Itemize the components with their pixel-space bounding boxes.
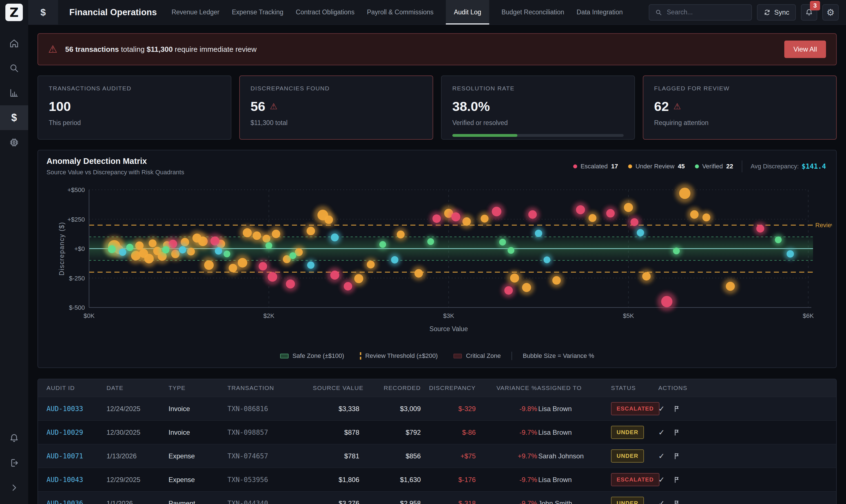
- nav-item-audit-log[interactable]: Audit Log: [446, 0, 489, 24]
- legend-item-verified: Verified22: [695, 163, 733, 170]
- audit-id-link[interactable]: AUD-10036: [47, 500, 106, 504]
- approve-button[interactable]: ✓: [658, 429, 665, 436]
- svg-text:+$250: +$250: [67, 216, 85, 223]
- status-badge: UNDER: [611, 497, 644, 504]
- status-cell: ESCALATED: [608, 402, 658, 415]
- logo-letter: Z: [10, 5, 19, 20]
- nav-item-data-integration[interactable]: Data Integration: [576, 0, 623, 24]
- flag-button[interactable]: [673, 429, 681, 436]
- variance-cell: -9.8%: [476, 405, 537, 413]
- warning-triangle-icon: ⚠: [48, 44, 57, 54]
- approve-button[interactable]: ✓: [658, 452, 665, 460]
- approve-button[interactable]: ✓: [658, 500, 665, 504]
- discrepancy-cell: $-318: [421, 500, 476, 504]
- table-row[interactable]: AUD-1002912/30/2025InvoiceTXN-098857$878…: [38, 420, 836, 444]
- bell-icon: [9, 433, 19, 444]
- sidebar-item-logout[interactable]: [0, 450, 28, 475]
- status-cell: UNDER: [608, 426, 658, 439]
- top-actions: Sync 3 ⚙: [649, 4, 846, 21]
- column-header-date: DATE: [106, 384, 169, 391]
- audit-table: AUDIT IDDATETYPETRANSACTIONSOURCE VALUER…: [37, 379, 837, 504]
- anomaly-chart-panel: Anomaly Detection Matrix Source Value vs…: [37, 150, 837, 368]
- flag-button[interactable]: [673, 452, 681, 460]
- svg-text:+$500: +$500: [67, 186, 85, 194]
- transaction-cell: TXN-074657: [227, 452, 313, 460]
- safe-zone-swatch: [280, 354, 289, 358]
- svg-text:$0K: $0K: [83, 312, 94, 319]
- progress-bar: [452, 134, 624, 137]
- sidebar-item-finance[interactable]: $: [0, 105, 28, 130]
- discrepancy-cell: $-176: [421, 476, 476, 484]
- nav-item-budget-reconciliation[interactable]: Budget Reconciliation: [502, 0, 564, 24]
- status-cell: UNDER: [608, 497, 658, 504]
- alert-message: 56 transactions totaling $11,300 require…: [65, 45, 256, 54]
- audit-id-link[interactable]: AUD-10029: [47, 429, 106, 436]
- flag-icon: [673, 476, 681, 483]
- nav-item-payroll-commissions[interactable]: Payroll & Commissions: [367, 0, 433, 24]
- settings-button[interactable]: ⚙: [822, 4, 839, 21]
- date-cell: 1/1/2026: [106, 500, 169, 504]
- sync-label: Sync: [774, 8, 789, 16]
- flag-button[interactable]: [673, 500, 681, 504]
- legend-dot: [695, 164, 699, 168]
- sidebar-item-analytics[interactable]: [0, 80, 28, 105]
- stat-value: 56: [251, 98, 265, 114]
- search-input[interactable]: [667, 8, 750, 16]
- column-header-type: TYPE: [169, 384, 227, 391]
- sidebar-item-search[interactable]: [0, 56, 28, 80]
- flag-button[interactable]: [673, 405, 681, 413]
- view-all-button[interactable]: View All: [784, 40, 826, 58]
- svg-text:$5K: $5K: [623, 312, 634, 319]
- table-row[interactable]: AUD-100711/13/2026ExpenseTXN-074657$781$…: [38, 444, 836, 468]
- approve-button[interactable]: ✓: [658, 476, 665, 483]
- legend-label: Escalated: [581, 163, 608, 170]
- sidebar-bottom: [0, 426, 28, 500]
- nav-item-expense-tracking[interactable]: Expense Tracking: [232, 0, 283, 24]
- assigned-to-cell: Lisa Brown: [537, 429, 608, 436]
- legend-label: Under Review: [636, 163, 674, 170]
- audit-id-link[interactable]: AUD-10071: [47, 452, 106, 460]
- search-box[interactable]: [649, 4, 752, 21]
- recorded-cell: $3,009: [359, 405, 421, 413]
- stat-label: FLAGGED FOR REVIEW: [654, 85, 825, 92]
- stat-card-flagged-for-review: FLAGGED FOR REVIEW62⚠Requiring attention: [643, 75, 837, 140]
- stats-row: TRANSACTIONS AUDITED100This periodDISCRE…: [37, 75, 837, 140]
- sidebar-item-home[interactable]: [0, 31, 28, 56]
- audit-id-link[interactable]: AUD-10033: [47, 405, 106, 413]
- sidebar-item-integrations[interactable]: [0, 130, 28, 155]
- table-row[interactable]: AUD-100361/1/2026PaymentTXN-044340$3,276…: [38, 491, 836, 504]
- source-value-cell: $3,338: [313, 405, 359, 413]
- svg-text:$2K: $2K: [263, 312, 274, 319]
- warning-triangle-icon: ⚠: [270, 101, 277, 111]
- svg-text:$6K: $6K: [802, 312, 814, 319]
- stat-card-discrepancies-found: DISCREPANCIES FOUND56⚠$11,300 total: [239, 75, 433, 140]
- column-header-actions: ACTIONS: [658, 384, 828, 391]
- legend-divider: [742, 161, 742, 172]
- actions-cell: ✓: [658, 476, 828, 483]
- date-cell: 12/30/2025: [106, 429, 169, 436]
- approve-button[interactable]: ✓: [658, 405, 665, 413]
- zone-legend-label: Bubble Size = Variance %: [523, 352, 594, 360]
- workspace-icon[interactable]: $: [28, 0, 58, 24]
- table-header: AUDIT IDDATETYPETRANSACTIONSOURCE VALUER…: [38, 379, 836, 397]
- app-logo[interactable]: Z: [0, 0, 28, 25]
- nav-item-contract-obligations[interactable]: Contract Obligations: [296, 0, 355, 24]
- sync-button[interactable]: Sync: [757, 4, 796, 21]
- table-row[interactable]: AUD-1004312/29/2025ExpenseTXN-053956$1,8…: [38, 468, 836, 491]
- type-cell: Payment: [169, 500, 227, 504]
- zone-legend-bubble-size-variance: Bubble Size = Variance %: [523, 352, 594, 360]
- chart-header: Anomaly Detection Matrix Source Value vs…: [47, 157, 184, 176]
- audit-id-link[interactable]: AUD-10043: [47, 476, 106, 484]
- variance-cell: +9.7%: [476, 452, 537, 460]
- sign-out-icon: [9, 457, 19, 468]
- table-row[interactable]: AUD-1003312/24/2025InvoiceTXN-086816$3,3…: [38, 397, 836, 420]
- sidebar-item-collapse[interactable]: [0, 475, 28, 500]
- sidebar-item-notifications[interactable]: [0, 426, 28, 450]
- notifications-button[interactable]: 3: [801, 4, 817, 21]
- zone-legend-review-threshold-200: Review Threshold (±$200): [360, 352, 438, 360]
- flag-button[interactable]: [673, 476, 681, 483]
- source-value-cell: $781: [313, 452, 359, 460]
- stat-label: RESOLUTION RATE: [452, 85, 624, 92]
- stat-card-resolution-rate: RESOLUTION RATE38.0%Verified or resolved: [441, 75, 635, 140]
- nav-item-revenue-ledger[interactable]: Revenue Ledger: [172, 0, 220, 24]
